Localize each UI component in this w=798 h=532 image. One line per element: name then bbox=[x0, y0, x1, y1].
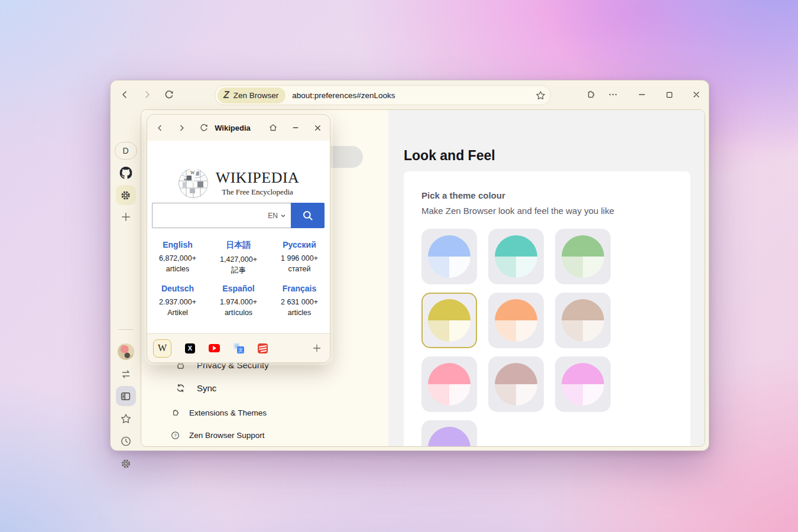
wiki-language-link[interactable]: Français bbox=[269, 284, 330, 293]
wiki-language-unit: статей bbox=[269, 264, 330, 274]
prefs-menu-item-extensions-themes[interactable]: Extensions & Themes bbox=[141, 404, 388, 421]
glance-back-button[interactable] bbox=[153, 121, 166, 134]
toggle-sidebar-button[interactable] bbox=[116, 386, 136, 406]
puzzle-icon bbox=[171, 408, 180, 417]
bookmark-star-button[interactable] bbox=[536, 90, 546, 100]
theme-swatch-orchid[interactable] bbox=[555, 356, 611, 412]
main-toolbar: Z Zen Browser about:preferences#zenLooks bbox=[111, 80, 709, 109]
glance-favicon-bar: W X G 文 bbox=[147, 333, 330, 362]
star-icon bbox=[536, 90, 546, 100]
theme-card: Pick a theme colour Make Zen Browser loo… bbox=[404, 171, 690, 447]
theme-swatch-mauve[interactable] bbox=[488, 356, 544, 412]
swap-arrows-icon bbox=[121, 369, 131, 379]
zen-logo-icon: Z bbox=[223, 90, 229, 100]
profile-avatar[interactable] bbox=[118, 343, 134, 360]
theme-color-circle bbox=[495, 363, 537, 406]
favicon-wikipedia-active[interactable]: W bbox=[153, 339, 171, 358]
wiki-language-link[interactable]: English bbox=[147, 240, 208, 249]
theme-swatch-purple[interactable] bbox=[421, 420, 477, 447]
sidebar-panel-icon bbox=[120, 391, 131, 402]
prefs-menu-label: Extensions & Themes bbox=[189, 408, 267, 417]
pinned-tab-github[interactable] bbox=[119, 167, 132, 179]
minimize-button[interactable] bbox=[634, 86, 650, 103]
close-icon bbox=[692, 90, 700, 99]
wiki-language-count: 6,872,000+ bbox=[147, 253, 208, 264]
sidebar-divider bbox=[118, 329, 133, 330]
wiki-language-link[interactable]: Русский bbox=[269, 240, 330, 249]
wiki-language-cell: Русский1 996 000+статей bbox=[269, 240, 330, 275]
wikipedia-search-button[interactable] bbox=[291, 203, 325, 228]
favicon-youtube[interactable] bbox=[209, 344, 220, 352]
wikipedia-wordmark-block: WIKIPEDIA The Free Encyclopedia bbox=[216, 170, 300, 197]
wiki-language-count: 1,427,000+ bbox=[208, 254, 269, 265]
glance-reload-button[interactable] bbox=[197, 121, 210, 134]
favicon-todoist[interactable] bbox=[258, 343, 268, 353]
home-icon bbox=[268, 123, 278, 132]
theme-swatch-tan[interactable] bbox=[555, 293, 611, 348]
favicon-google-translate[interactable]: G 文 bbox=[233, 343, 244, 353]
url-bar[interactable]: Z Zen Browser about:preferences#zenLooks bbox=[215, 85, 551, 105]
glance-close-button[interactable] bbox=[311, 121, 324, 134]
wikipedia-language-grid: English6,872,000+articles日本語1,427,000+記事… bbox=[147, 240, 330, 318]
gear-icon bbox=[120, 190, 131, 201]
active-tab-settings[interactable] bbox=[116, 185, 136, 205]
reload-button[interactable] bbox=[161, 86, 177, 103]
wiki-language-unit: Artikel bbox=[147, 307, 208, 318]
theme-swatch-orange[interactable] bbox=[488, 293, 544, 348]
glance-minimize-button[interactable] bbox=[289, 121, 302, 134]
theme-swatch-blue[interactable] bbox=[421, 229, 477, 284]
wiki-language-unit: articles bbox=[147, 264, 208, 274]
new-tab-button[interactable] bbox=[121, 212, 131, 222]
browser-sidebar: D bbox=[111, 109, 141, 450]
wiki-language-cell: Français2 631 000+articles bbox=[269, 284, 330, 318]
ellipsis-icon bbox=[608, 90, 618, 99]
theme-swatch-pink[interactable] bbox=[421, 356, 477, 412]
chevron-right-icon bbox=[142, 90, 152, 99]
forward-button[interactable] bbox=[139, 86, 155, 103]
glance-home-button[interactable] bbox=[267, 121, 280, 134]
preferences-content: Look and Feel Pick a theme colour Make Z… bbox=[388, 110, 705, 446]
theme-color-circle bbox=[428, 235, 471, 278]
favicon-x[interactable]: X bbox=[185, 343, 195, 353]
extensions-button[interactable] bbox=[582, 86, 599, 103]
theme-color-circle bbox=[562, 235, 604, 278]
close-icon bbox=[314, 124, 322, 132]
wiki-language-count: 2.937.000+ bbox=[147, 297, 208, 307]
theme-color-circle bbox=[562, 363, 604, 406]
prefs-menu-item-zen-browser-support[interactable]: ?Zen Browser Support bbox=[141, 426, 388, 444]
puzzle-icon bbox=[585, 89, 596, 100]
close-button[interactable] bbox=[688, 86, 705, 103]
settings-button[interactable] bbox=[120, 458, 131, 469]
theme-color-circle bbox=[428, 427, 471, 447]
wiki-language-link[interactable]: Español bbox=[208, 284, 269, 293]
identity-label: Zen Browser bbox=[233, 91, 279, 100]
bookmarks-button[interactable] bbox=[120, 413, 131, 424]
more-menu-button[interactable] bbox=[605, 86, 621, 103]
theme-card-title: Pick a theme colour bbox=[421, 190, 673, 200]
wiki-language-cell: 日本語1,427,000+記事 bbox=[208, 240, 269, 275]
wikipedia-language-selector[interactable]: EN bbox=[268, 203, 286, 228]
plus-icon bbox=[121, 212, 131, 222]
chevron-down-icon bbox=[280, 213, 286, 219]
history-button[interactable] bbox=[120, 436, 131, 447]
maximize-icon bbox=[666, 91, 673, 99]
theme-color-circle bbox=[428, 363, 471, 406]
reload-icon bbox=[199, 123, 209, 132]
maximize-button[interactable] bbox=[661, 86, 677, 103]
glance-forward-button[interactable] bbox=[175, 121, 188, 134]
theme-swatch-green[interactable] bbox=[555, 229, 611, 284]
theme-grid bbox=[421, 229, 673, 447]
theme-color-circle bbox=[495, 299, 537, 342]
wiki-language-link[interactable]: 日本語 bbox=[208, 240, 269, 251]
workspace-indicator[interactable]: D bbox=[115, 142, 137, 160]
workspace-switch-button[interactable] bbox=[121, 369, 131, 379]
wiki-language-link[interactable]: Deutsch bbox=[147, 284, 208, 293]
glance-add-button[interactable] bbox=[312, 343, 322, 353]
prefs-menu-item-sync[interactable]: Sync bbox=[141, 379, 388, 397]
gear-icon bbox=[120, 458, 131, 469]
wiki-language-cell: Español1.974.000+artículos bbox=[208, 284, 269, 318]
theme-swatch-teal[interactable] bbox=[488, 229, 544, 284]
theme-swatch-yellow[interactable] bbox=[421, 293, 477, 348]
site-identity-badge[interactable]: Z Zen Browser bbox=[218, 87, 286, 103]
back-button[interactable] bbox=[116, 86, 133, 103]
